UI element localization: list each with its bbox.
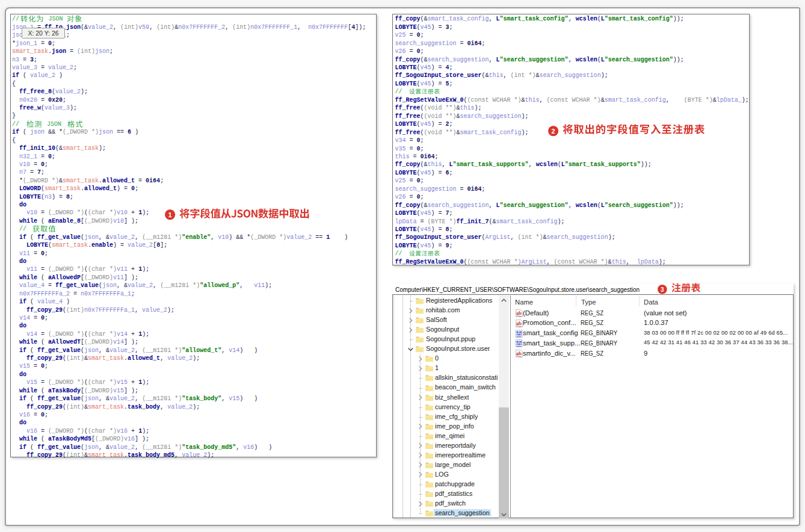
svg-text:3: 3 bbox=[661, 286, 664, 293]
svg-text:ab: ab bbox=[516, 320, 522, 326]
svg-text:1: 1 bbox=[168, 211, 172, 218]
svg-text:ab: ab bbox=[516, 310, 522, 316]
svg-text:2: 2 bbox=[551, 128, 555, 135]
svg-text:ab: ab bbox=[516, 350, 522, 356]
